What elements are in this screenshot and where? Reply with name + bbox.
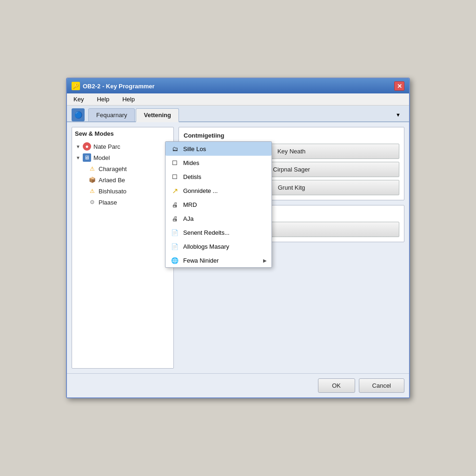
titlebar: 🔑 OB2-2 - Key Programmer ✕ (67, 79, 409, 93)
menu-item-fewa-ninider[interactable]: 🌐 Fewa Ninider ▶ (165, 253, 271, 267)
icon-gonnidete: ↗ (170, 186, 179, 195)
menu-item-alloblogs-masary[interactable]: 📄 Alloblogs Masary (165, 239, 271, 253)
label-senent-redelts: Senent Redelts... (183, 229, 230, 236)
context-menu: 🗂 Sille Los ☐ Mides ☐ Detisls ↗ Gonnidet… (165, 141, 272, 268)
label-plaase: Plaase (99, 199, 117, 206)
label-aja: AJa (183, 215, 193, 222)
tree-item-plaase[interactable]: ⚙ Plaase (87, 197, 171, 208)
icon-mrd: 🖨 (170, 200, 179, 209)
icon-fewa-ninider: 🌐 (170, 256, 179, 265)
icon-model: 🖥 (83, 153, 91, 162)
icon-plaase: ⚙ (88, 198, 96, 206)
label-arlaed: Arlaed Be (99, 177, 125, 184)
icon-mides: ☐ (170, 158, 179, 167)
config-group-title: Contmigetiing (184, 132, 399, 139)
menu-item-detisls[interactable]: ☐ Detisls (165, 170, 271, 184)
icon-alloblogs-masary: 📄 (170, 242, 179, 251)
icon-sille-los: 🗂 (170, 144, 179, 153)
menu-item-senent-redelts[interactable]: 📄 Senent Redelts... (165, 225, 271, 239)
main-window: 🔑 OB2-2 - Key Programmer ✕ Key Help Help… (66, 78, 410, 398)
tree-item-bishlus[interactable]: ⚠ Bishlusato (87, 185, 171, 197)
tree-item-charageht[interactable]: ⚠ Charageht (87, 163, 171, 174)
menu-item-mides[interactable]: ☐ Mides (165, 156, 271, 170)
menu-key[interactable]: Key (71, 95, 86, 104)
submenu-arrow: ▶ (263, 258, 267, 263)
label-sille-los: Sille Los (183, 145, 206, 152)
expander-nate: ▼ (76, 144, 80, 149)
label-model: Model (93, 154, 110, 161)
titlebar-left: 🔑 OB2-2 - Key Programmer (72, 82, 155, 90)
expander-model: ▼ (76, 155, 80, 160)
menu-help1[interactable]: Help (94, 95, 112, 104)
tab-icon: 🔵 (72, 108, 85, 121)
window-title: OB2-2 - Key Programmer (83, 83, 155, 90)
tree-item-nate[interactable]: ▼ ● Nate Parc (75, 141, 171, 152)
close-button[interactable]: ✕ (394, 81, 404, 91)
menu-help2[interactable]: Help (119, 95, 138, 104)
content-area: Sew & Modes ▼ ● Nate Parc ▼ 🖥 Model ⚠ Ch… (67, 122, 409, 373)
ok-button[interactable]: OK (318, 378, 355, 393)
left-panel-title: Sew & Modes (75, 130, 171, 137)
cancel-button[interactable]: Cancel (359, 378, 404, 393)
menu-item-aja[interactable]: 🖨 AJa (165, 212, 271, 225)
label-detisls: Detisls (183, 173, 201, 180)
icon-senent-redelts: 📄 (170, 228, 179, 237)
icon-charageht: ⚠ (88, 165, 96, 173)
tabs-dropdown[interactable]: ▼ (392, 110, 404, 119)
menu-item-gonnidete[interactable]: ↗ Gonnidete ... (165, 184, 271, 198)
bottom-bar: OK Cancel (67, 373, 409, 397)
label-gonnidete: Gonnidete ... (183, 187, 218, 194)
label-nate: Nate Parc (93, 143, 120, 150)
label-alloblogs-masary: Alloblogs Masary (183, 243, 229, 250)
label-mides: Mides (183, 159, 199, 166)
label-mrd: MRD (183, 201, 197, 208)
tabs-bar: 🔵 Fequarnary Vettening ▼ (67, 106, 409, 122)
icon-bishlus: ⚠ (88, 187, 96, 195)
menu-item-mrd[interactable]: 🖨 MRD (165, 198, 271, 212)
tab-vettening[interactable]: Vettening (136, 108, 179, 122)
label-fewa-ninider: Fewa Ninider (183, 257, 219, 264)
left-panel: Sew & Modes ▼ ● Nate Parc ▼ 🖥 Model ⚠ Ch… (72, 127, 174, 369)
menubar: Key Help Help (67, 93, 409, 106)
icon-nate: ● (83, 142, 91, 151)
label-charageht: Charageht (99, 165, 127, 172)
icon-detisls: ☐ (170, 172, 179, 181)
tree-item-model[interactable]: ▼ 🖥 Model (75, 152, 171, 163)
tree-item-arlaed[interactable]: 📦 Arlaed Be (87, 174, 171, 185)
label-bishlus: Bishlusato (99, 188, 126, 195)
app-icon: 🔑 (72, 82, 80, 90)
menu-item-sille-los[interactable]: 🗂 Sille Los (165, 142, 271, 156)
tab-fequarnary[interactable]: Fequarnary (88, 108, 135, 121)
icon-aja: 🖨 (170, 214, 179, 223)
icon-arlaed: 📦 (88, 176, 96, 184)
